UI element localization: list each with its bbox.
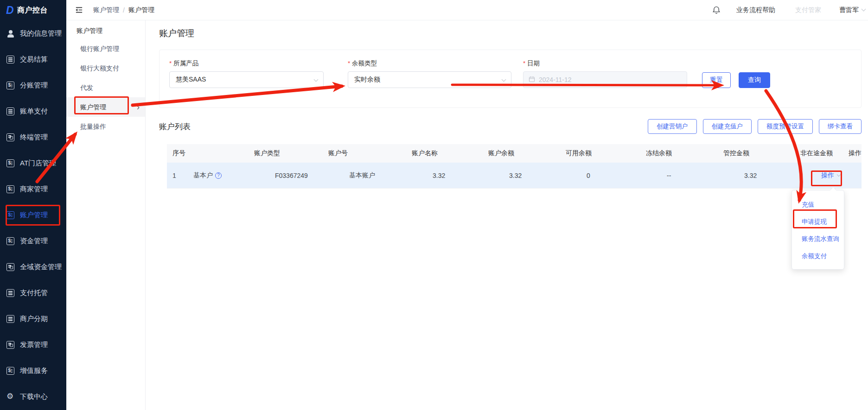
doc-icon: [6, 315, 14, 323]
list-action-button[interactable]: 创建营销户: [648, 119, 697, 134]
table-column-header: 冻结余额: [640, 149, 718, 158]
subnav-item-bank-large-pay[interactable]: 银行大额支付: [66, 58, 145, 78]
sidebar-item[interactable]: 全域资金管理: [0, 254, 66, 280]
subnav-item-agent-pay[interactable]: 代发: [66, 78, 145, 97]
sidebar-item[interactable]: 发票管理: [0, 332, 66, 358]
table-column-header: 管控金额: [718, 149, 795, 158]
sidebar-item[interactable]: AT门店管理: [0, 150, 66, 176]
table-column-header: 序号: [167, 149, 249, 158]
sidebar-item-label: 下载中心: [20, 392, 48, 401]
notification-bell-icon[interactable]: [712, 6, 721, 15]
sidebar-menu: 我的信息管理 交易结算 分账管理 账单支付 终端管理 AT门店管理: [0, 20, 66, 410]
dollar-icon: [6, 82, 14, 89]
breadcrumb-parent[interactable]: 账户管理: [93, 6, 119, 14]
sidebar-item-label: 商户分期: [20, 315, 48, 323]
sidebar-item-label: 账单支付: [20, 107, 48, 116]
sidebar-item[interactable]: 增值服务: [0, 358, 66, 384]
doc-icon: [6, 107, 14, 115]
breadcrumb-separator: /: [123, 6, 125, 14]
filter-date: 日期 2024-11-12: [523, 60, 687, 88]
app-title: 商户控台: [17, 6, 48, 15]
list-action-button[interactable]: 创建充值户: [703, 119, 752, 134]
help-link[interactable]: 业务流程帮助: [736, 6, 775, 14]
app-logo[interactable]: D 商户控台: [0, 0, 66, 20]
sidebar-item-label: 发票管理: [20, 341, 48, 349]
menu-item-statement-query[interactable]: 账务流水查询: [792, 230, 844, 247]
sidebar-item-label: 账户管理: [20, 211, 48, 220]
accounts-table: 序号账户类型账户号账户名称账户余额可用余额冻结余额管控金额非在途金额操作 1 基…: [167, 144, 862, 189]
list-action-button[interactable]: 额度预警设置: [758, 119, 813, 134]
balance-type-select[interactable]: 实时余额: [348, 71, 511, 88]
chevron-down-icon: [502, 77, 506, 82]
dollar-icon: [6, 159, 14, 167]
list-action-button[interactable]: 绑卡查看: [819, 119, 862, 134]
filter-buttons: 重置 查询: [702, 60, 770, 88]
chevron-down-icon: [314, 77, 319, 82]
collapse-menu-icon[interactable]: [75, 6, 84, 15]
subnav-item-label: 账户管理: [80, 103, 106, 111]
assistant-link[interactable]: 支付管家: [795, 6, 821, 14]
sidebar-item[interactable]: 交易结算: [0, 46, 66, 72]
sidebar-item-label: 终端管理: [20, 133, 48, 142]
subnav-group-title[interactable]: 账户管理: [66, 22, 145, 39]
cell-balance: 3.32: [427, 172, 504, 179]
breadcrumb-current: 账户管理: [128, 6, 154, 14]
cell-account-type: 基本户: [188, 171, 269, 180]
sidebar-item[interactable]: 商家管理: [0, 176, 66, 202]
table-column-header: 账户类型: [249, 149, 323, 158]
sidebar-item[interactable]: 商户分期: [0, 306, 66, 332]
table-column-header: 非在途金额: [795, 149, 843, 158]
sidebar-item-label: 支付托管: [20, 289, 48, 297]
user-menu[interactable]: 曹雷军: [839, 6, 859, 14]
sidebar-item[interactable]: 分账管理: [0, 72, 66, 98]
row-action-link[interactable]: 操作: [821, 171, 834, 180]
cell-actions: 操作: [816, 171, 862, 180]
dollar-icon: [6, 185, 14, 193]
cell-non-transit: 3.32: [739, 172, 816, 179]
gear-icon: [6, 393, 14, 401]
terminal-icon: [6, 133, 14, 141]
terminal-icon: [6, 341, 14, 349]
sidebar-item[interactable]: 账户管理: [0, 202, 66, 228]
user-icon: [6, 30, 14, 38]
action-dropdown-menu: 充值 申请提现 账务流水查询 余额支付: [791, 190, 844, 270]
subnav-item-batch-ops[interactable]: 批量操作: [66, 117, 145, 136]
sidebar-item-label: 资金管理: [20, 237, 48, 246]
table-column-header: 账户名称: [406, 149, 483, 158]
sidebar-item-label: 增值服务: [20, 366, 48, 375]
reset-button[interactable]: 重置: [702, 72, 731, 88]
sidebar-item-label: 商家管理: [20, 185, 48, 194]
chevron-down-icon: [837, 173, 841, 177]
menu-item-withdraw[interactable]: 申请提现: [792, 213, 844, 230]
sidebar-item-label: AT门店管理: [20, 159, 56, 168]
product-value: 慧美SAAS: [176, 76, 206, 84]
topbar-right: 业务流程帮助 支付管家 曹雷军: [712, 6, 865, 15]
sidebar-item[interactable]: 下载中心: [0, 384, 66, 410]
calendar-icon: [529, 76, 535, 84]
date-input[interactable]: 2024-11-12: [523, 71, 687, 88]
sidebar-item[interactable]: 支付托管: [0, 280, 66, 306]
table-column-header: 账户号: [323, 149, 406, 158]
help-icon[interactable]: [215, 172, 222, 179]
table-row: 1 基本户 F03367249 基本账户 3.32 3.32 0 -- 3.32…: [167, 163, 862, 189]
sidebar-item[interactable]: 我的信息管理: [0, 20, 66, 46]
sidebar-item[interactable]: 资金管理: [0, 228, 66, 254]
menu-item-recharge[interactable]: 充值: [792, 196, 844, 213]
subnav-item-account-mgmt[interactable]: 账户管理: [66, 97, 145, 117]
sidebar-item-label: 我的信息管理: [20, 29, 62, 38]
breadcrumb: 账户管理 / 账户管理: [93, 6, 154, 14]
menu-item-balance-pay[interactable]: 余额支付: [792, 247, 844, 265]
sidebar-item[interactable]: 终端管理: [0, 124, 66, 150]
dollar-icon: [6, 367, 14, 375]
search-button[interactable]: 查询: [739, 72, 770, 88]
sidebar-item-label: 交易结算: [20, 55, 48, 64]
doc-icon: [6, 289, 14, 297]
date-label: 日期: [523, 60, 687, 67]
secondary-nav: 账户管理 银行账户管理 银行大额支付 代发 账户管理 批量操作: [66, 20, 146, 410]
subnav-item-bank-accounts[interactable]: 银行账户管理: [66, 39, 145, 58]
account-type-text: 基本户: [193, 171, 213, 180]
sidebar-item[interactable]: 账单支付: [0, 98, 66, 124]
sidebar-item-label: 全域资金管理: [20, 263, 62, 271]
product-select[interactable]: 慧美SAAS: [169, 71, 324, 88]
cell-account-no: F03367249: [269, 172, 344, 179]
